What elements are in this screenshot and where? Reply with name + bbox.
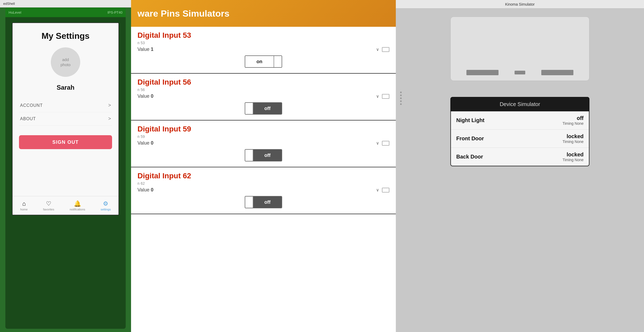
sign-out-label: SIGN OUT [52,139,79,145]
dot-5 [400,103,402,105]
ds-row-timing-backdoor: Timing None [562,158,584,162]
toggle-on-handle-53 [274,56,282,67]
pin-title-56: Digital Input 56 [137,78,389,86]
nav-favorites[interactable]: ♡ favorites [43,200,54,211]
pin-value-right-56: ∨ [376,94,389,99]
toggle-off-label-59: off [253,150,282,161]
notifications-icon: 🔔 [74,200,81,207]
favorites-label: favorites [43,208,54,211]
pin-value-right-53: ∨ [376,47,389,52]
device-connectors [466,70,573,75]
connector-bar-right [541,70,573,75]
ds-row-timing-nightlight: Timing None [562,121,584,126]
kinoma-titlebar: Kinoma Simulator [396,0,644,9]
dot-1 [400,92,402,93]
ds-row-frontdoor[interactable]: Front Door locked Timing None [451,130,589,148]
ds-row-right-nightlight: off Timing None [562,115,584,126]
avatar[interactable]: addphoto [51,47,80,77]
toggle-on-label-53: on [245,56,274,67]
pin-value-label-59: Value 0 [137,140,154,146]
connector-small [515,71,525,74]
edshell-titlebar: edShell [0,0,131,7]
pin-value-row-53: Value 1 ∨ [137,47,389,52]
dot-4 [400,100,402,102]
right-panel: Kinoma Simulator Device Simulator [396,0,644,332]
settings-label: settings [101,208,111,211]
pin-value-row-56: Value 0 ∨ [137,93,389,99]
pin-chevron-56: ∨ [376,94,379,99]
ds-row-label-backdoor: Back Door [456,154,483,160]
toggle-container-53: on [137,55,389,68]
home-icon: ⌂ [22,200,26,207]
pin-checkbox-62[interactable] [382,188,389,193]
toggle-off-label-62: off [253,197,282,208]
settings-icon: ⚙ [103,200,108,207]
toggle-switch-59[interactable]: off [245,149,282,161]
phone-nav: ⌂ home ♡ favorites 🔔 notifications ⚙ set… [13,196,118,215]
avatar-label: addphoto [60,57,71,67]
notifications-label: notifications [70,208,85,211]
toggle-container-56: off [137,102,389,115]
ds-row-right-backdoor: locked Timing None [562,152,584,162]
pin-checkbox-53[interactable] [382,47,389,52]
toggle-switch-62[interactable]: off [245,196,282,208]
toggle-switch-53[interactable]: on [245,55,282,68]
device-frame: HuLevel IPS-PT40 My Settings addphoto Sa… [5,7,126,329]
sim-body: Digital Input 53 n 53 Value 1 ∨ on Digit… [131,27,396,332]
account-arrow: > [108,103,111,108]
device-simulator-panel: Device Simulator Night Light off Timing … [450,97,589,166]
ds-row-value-frontdoor: locked [562,133,584,139]
pin-title-59: Digital Input 59 [137,125,389,133]
ds-row-right-frontdoor: locked Timing None [562,133,584,144]
ds-row-label-nightlight: Night Light [456,117,485,123]
ds-row-label-frontdoor: Front Door [456,135,484,142]
pin-value-right-62: ∨ [376,187,389,193]
kinoma-title: Kinoma Simulator [505,2,535,6]
user-name: Sarah [57,84,75,91]
pin-section-59: Digital Input 59 n 59 Value 0 ∨ off [131,120,396,167]
ds-row-backdoor[interactable]: Back Door locked Timing None [451,148,589,166]
pin-title-53: Digital Input 53 [137,31,389,40]
sign-out-button[interactable]: SIGN OUT [19,135,112,149]
toggle-off-handle-62 [245,197,253,208]
menu-item-account[interactable]: ACCOUNT > [19,99,112,112]
ds-row-nightlight[interactable]: Night Light off Timing None [451,111,589,130]
pin-value-row-62: Value 0 ∨ [137,187,389,193]
ds-row-value-nightlight: off [562,115,584,121]
menu-items: ACCOUNT > ABOUT > [19,99,112,126]
toggle-off-handle-56 [245,103,253,114]
menu-item-about[interactable]: ABOUT > [19,112,112,126]
pin-checkbox-59[interactable] [382,141,389,146]
brand-right: IPS-PT40 [108,10,122,14]
nav-notifications[interactable]: 🔔 notifications [70,200,85,211]
pin-chevron-53: ∨ [376,47,379,52]
toggle-switch-56[interactable]: off [245,102,282,115]
about-arrow: > [108,116,111,122]
ds-row-value-backdoor: locked [562,152,584,158]
device-panel: edShell HuLevel IPS-PT40 My Settings add… [0,0,131,332]
device-header-bar: HuLevel IPS-PT40 [5,7,126,17]
nav-home[interactable]: ⌂ home [20,200,28,211]
pin-sub-62: n 62 [137,181,389,186]
pin-sub-56: n 56 [137,88,389,92]
pin-chevron-59: ∨ [376,141,379,146]
sim-header-title: ware Pins Simulators [137,8,229,19]
pin-checkbox-56[interactable] [382,94,389,99]
brand-left: HuLevel [9,10,21,14]
dot-2 [400,95,402,96]
pin-value-label-56: Value 0 [137,93,154,99]
pin-chevron-62: ∨ [376,187,379,193]
pin-section-62: Digital Input 62 n 62 Value 0 ∨ off [131,167,396,214]
pin-value-label-53: Value 1 [137,47,154,52]
account-label: ACCOUNT [20,103,43,108]
device-screen: My Settings addphoto Sarah ACCOUNT > ABO… [12,22,119,215]
nav-settings[interactable]: ⚙ settings [101,200,111,211]
settings-title: My Settings [41,31,90,41]
pin-sub-59: n 59 [137,134,389,139]
toggle-container-62: off [137,196,389,208]
pin-section-56: Digital Input 56 n 56 Value 0 ∨ off [131,74,396,120]
ds-header: Device Simulator [451,97,589,111]
ds-row-timing-frontdoor: Timing None [562,139,584,144]
home-label: home [20,208,28,211]
toggle-off-label-56: off [253,103,282,114]
